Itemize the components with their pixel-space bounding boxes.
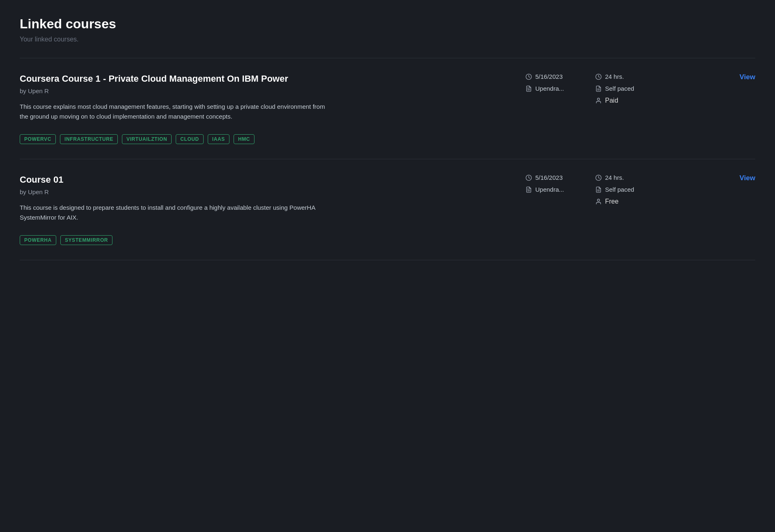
course-description: This course is designed to prepare stude… xyxy=(20,203,332,223)
course-pace-item: Self paced xyxy=(595,85,649,92)
course-title: Course 01 xyxy=(20,174,525,186)
course-date: 5/16/2023 xyxy=(535,73,563,80)
course-title: Coursera Course 1 - Private Cloud Manage… xyxy=(20,73,525,85)
course-card-1: Coursera Course 1 - Private Cloud Manage… xyxy=(20,58,755,159)
course-actions: View xyxy=(722,73,755,83)
course-instructor-item: Upendra... xyxy=(525,85,579,92)
course-price-item: Free xyxy=(595,198,649,205)
course-tag: SYSTEMMIRROR xyxy=(60,235,112,245)
course-tag: POWERVC xyxy=(20,134,56,144)
course-pace-item: Self paced xyxy=(595,186,649,193)
course-date-item: 5/16/2023 xyxy=(525,73,579,80)
courses-list: Coursera Course 1 - Private Cloud Manage… xyxy=(20,58,755,260)
course-tag: VIRTUAILZTION xyxy=(122,134,172,144)
view-course-button[interactable]: View xyxy=(740,174,755,182)
course-content: Course 01 by Upen R This course is desig… xyxy=(20,174,525,245)
course-price: Free xyxy=(605,198,619,205)
page-subtitle: Your linked courses. xyxy=(20,36,755,43)
course-meta-right: 5/16/2023 24 hrs. xyxy=(525,73,722,104)
document-icon xyxy=(525,186,532,193)
clock-icon xyxy=(525,174,532,181)
course-date: 5/16/2023 xyxy=(535,174,563,181)
clock-icon-2 xyxy=(595,73,602,80)
course-tags: POWERHASYSTEMMIRROR xyxy=(20,235,525,245)
person-icon xyxy=(595,97,602,104)
course-author: by Upen R xyxy=(20,188,525,195)
svg-point-13 xyxy=(597,199,599,201)
document-icon-2 xyxy=(595,186,602,193)
course-description: This course explains most cloud manageme… xyxy=(20,102,332,122)
course-tag: INFRASTRUCTURE xyxy=(60,134,118,144)
svg-point-6 xyxy=(597,98,599,100)
clock-icon-2 xyxy=(595,174,602,181)
course-duration-item: 24 hrs. xyxy=(595,174,649,181)
course-duration-item: 24 hrs. xyxy=(595,73,649,80)
course-price-item: Paid xyxy=(595,97,649,104)
course-tags: POWERVCINFRASTRUCTUREVIRTUAILZTIONCLOUDI… xyxy=(20,134,525,144)
course-duration: 24 hrs. xyxy=(605,73,624,80)
course-duration: 24 hrs. xyxy=(605,174,624,181)
view-course-button[interactable]: View xyxy=(740,73,755,81)
course-content: Coursera Course 1 - Private Cloud Manage… xyxy=(20,73,525,144)
clock-icon xyxy=(525,73,532,80)
course-pace: Self paced xyxy=(605,186,634,193)
course-author: by Upen R xyxy=(20,87,525,94)
course-instructor-item: Upendra... xyxy=(525,186,579,193)
document-icon-2 xyxy=(595,85,602,92)
person-icon xyxy=(595,198,602,205)
course-meta-right: 5/16/2023 24 hrs. xyxy=(525,174,722,205)
course-meta-grid: 5/16/2023 24 hrs. xyxy=(525,174,649,205)
course-tag: POWERHA xyxy=(20,235,56,245)
document-icon xyxy=(525,85,532,92)
course-pace: Self paced xyxy=(605,85,634,92)
course-meta-grid: 5/16/2023 24 hrs. xyxy=(525,73,649,104)
course-tag: IAAS xyxy=(208,134,229,144)
course-card-2: Course 01 by Upen R This course is desig… xyxy=(20,159,755,260)
course-instructor: Upendra... xyxy=(535,85,564,92)
page-title: Linked courses xyxy=(20,16,755,32)
course-actions: View xyxy=(722,174,755,184)
course-instructor: Upendra... xyxy=(535,186,564,193)
course-price: Paid xyxy=(605,97,618,104)
course-date-item: 5/16/2023 xyxy=(525,174,579,181)
course-tag: HMC xyxy=(234,134,255,144)
course-tag: CLOUD xyxy=(176,134,204,144)
